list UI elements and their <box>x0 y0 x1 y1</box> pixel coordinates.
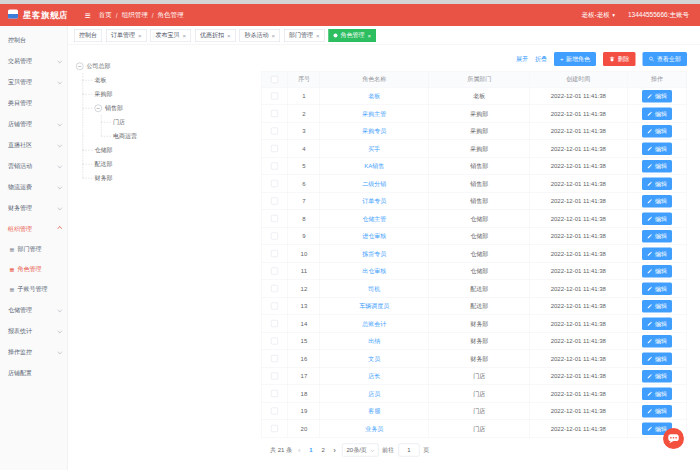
tree-node-boss[interactable]: 老板 <box>95 73 257 87</box>
edit-button[interactable]: 编辑 <box>642 352 672 365</box>
role-name-link[interactable]: 客服 <box>368 407 380 414</box>
tab-orders[interactable]: 订单管理× <box>106 29 147 42</box>
user-menu[interactable]: 老板-老板 ▾ <box>581 11 614 20</box>
role-name-link[interactable]: 总账会计 <box>362 320 386 327</box>
page-number-2[interactable]: 2 <box>319 447 327 454</box>
close-icon[interactable]: × <box>316 32 320 39</box>
sidebar-item-shop[interactable]: 店铺管理 <box>0 113 68 134</box>
sidebar-item-finance[interactable]: 财务管理 <box>0 197 68 218</box>
edit-button[interactable]: 编辑 <box>642 387 672 400</box>
close-icon[interactable]: × <box>183 32 187 39</box>
close-icon[interactable]: × <box>272 32 276 39</box>
tree-node-finance[interactable]: 财务部 <box>95 171 257 185</box>
tab-console[interactable]: 控制台 <box>74 29 102 42</box>
role-name-link[interactable]: 进仓审核 <box>362 232 386 239</box>
page-size-select[interactable]: 20条/页 <box>342 444 378 457</box>
row-checkbox[interactable] <box>271 338 278 345</box>
sidebar-item-monitor[interactable]: 操作监控 <box>0 341 68 362</box>
role-name-link[interactable]: 订单专员 <box>362 197 386 204</box>
add-role-button[interactable]: +新增角色 <box>554 52 596 66</box>
edit-button[interactable]: 编辑 <box>642 300 672 313</box>
row-checkbox[interactable] <box>271 320 278 327</box>
sidebar-item-console[interactable]: 控制台 <box>0 29 68 50</box>
row-checkbox[interactable] <box>271 355 278 362</box>
sidebar-item-subaccount[interactable]: ≣子账号管理 <box>0 279 68 299</box>
edit-button[interactable]: 编辑 <box>642 125 672 138</box>
sidebar-item-organization[interactable]: 组织管理 <box>0 218 68 239</box>
role-name-link[interactable]: 二级分销 <box>362 180 386 187</box>
edit-button[interactable]: 编辑 <box>642 177 672 190</box>
edit-button[interactable]: 编辑 <box>642 282 672 295</box>
row-checkbox[interactable] <box>271 408 278 415</box>
tree-node-delivery[interactable]: 配送部 <box>95 157 257 171</box>
edit-button[interactable]: 编辑 <box>642 265 672 278</box>
tree-node-ecommerce-ops[interactable]: 电商运营 <box>113 129 256 143</box>
close-icon[interactable]: × <box>227 32 231 39</box>
sidebar-item-community[interactable]: 直播社区 <box>0 134 68 155</box>
edit-button[interactable]: 编辑 <box>642 247 672 260</box>
role-name-link[interactable]: 司机 <box>368 285 380 292</box>
edit-button[interactable]: 编辑 <box>642 335 672 348</box>
role-name-link[interactable]: KA销售 <box>364 162 384 169</box>
role-name-link[interactable]: 车辆调度员 <box>359 302 389 309</box>
breadcrumb-org[interactable]: 组织管理 <box>122 11 148 20</box>
role-name-link[interactable]: 出仓审核 <box>362 267 386 274</box>
tree-node-purchasing[interactable]: 采购部 <box>95 87 257 101</box>
close-icon[interactable]: × <box>138 32 142 39</box>
row-checkbox[interactable] <box>271 145 278 152</box>
edit-button[interactable]: 编辑 <box>642 142 672 155</box>
row-checkbox[interactable] <box>271 215 278 222</box>
row-checkbox[interactable] <box>271 285 278 292</box>
role-name-link[interactable]: 仓储主管 <box>362 215 386 222</box>
sidebar-item-warehouse[interactable]: 仓储管理 <box>0 299 68 320</box>
expand-all-link[interactable]: 展开 <box>516 55 528 64</box>
sidebar-item-marketing[interactable]: 营销活动 <box>0 155 68 176</box>
delete-button[interactable]: 删除 <box>603 52 636 66</box>
page-number-1[interactable]: 1 <box>307 447 315 454</box>
row-checkbox[interactable] <box>271 110 278 117</box>
row-checkbox[interactable] <box>271 180 278 187</box>
role-name-link[interactable]: 买手 <box>368 145 380 152</box>
collapse-node-icon[interactable]: − <box>95 104 103 112</box>
tab-discount[interactable]: 优惠折扣× <box>195 29 236 42</box>
hamburger-menu-icon[interactable]: ≡ <box>85 9 91 21</box>
prev-page-button[interactable]: ‹ <box>296 446 303 454</box>
sidebar-item-logistics[interactable]: 物流运费 <box>0 176 68 197</box>
role-name-link[interactable]: 文员 <box>368 355 380 362</box>
tree-node-store[interactable]: 门店 <box>113 115 256 129</box>
sidebar-item-goods[interactable]: 宝贝管理 <box>0 71 68 92</box>
close-icon[interactable]: × <box>368 32 372 39</box>
sidebar-item-shop-config[interactable]: 店铺配置 <box>0 362 68 383</box>
view-all-button[interactable]: 查看全部 <box>643 52 688 66</box>
sidebar-item-reports[interactable]: 报表统计 <box>0 320 68 341</box>
tree-node-warehouse[interactable]: 仓储部 <box>95 143 257 157</box>
collapse-node-icon[interactable]: − <box>76 62 84 70</box>
row-checkbox[interactable] <box>271 198 278 205</box>
breadcrumb-home[interactable]: 首页 <box>99 11 112 20</box>
edit-button[interactable]: 编辑 <box>642 317 672 330</box>
tab-department[interactable]: 部门管理× <box>284 29 325 42</box>
goto-page-input[interactable] <box>398 444 419 457</box>
role-name-link[interactable]: 店员 <box>368 390 380 397</box>
role-name-link[interactable]: 采购专员 <box>362 127 386 134</box>
edit-button[interactable]: 编辑 <box>642 90 672 103</box>
role-name-link[interactable]: 老板 <box>368 92 380 99</box>
row-checkbox[interactable] <box>271 163 278 170</box>
tab-flash-sale[interactable]: 秒杀活动× <box>240 29 281 42</box>
customer-service-button[interactable] <box>662 427 685 450</box>
row-checkbox[interactable] <box>271 268 278 275</box>
role-name-link[interactable]: 出纳 <box>368 337 380 344</box>
sidebar-item-categories[interactable]: 类目管理 <box>0 92 68 113</box>
row-checkbox[interactable] <box>271 303 278 310</box>
edit-button[interactable]: 编辑 <box>642 160 672 173</box>
role-name-link[interactable]: 拣货专员 <box>362 250 386 257</box>
edit-button[interactable]: 编辑 <box>642 370 672 383</box>
next-page-button[interactable]: › <box>331 446 338 454</box>
edit-button[interactable]: 编辑 <box>642 107 672 120</box>
row-checkbox[interactable] <box>271 233 278 240</box>
collapse-all-link[interactable]: 折叠 <box>535 55 547 64</box>
role-name-link[interactable]: 采购主管 <box>362 110 386 117</box>
edit-button[interactable]: 编辑 <box>642 195 672 208</box>
sidebar-item-department[interactable]: ≣部门管理 <box>0 239 68 259</box>
sidebar-item-trade[interactable]: 交易管理 <box>0 50 68 71</box>
